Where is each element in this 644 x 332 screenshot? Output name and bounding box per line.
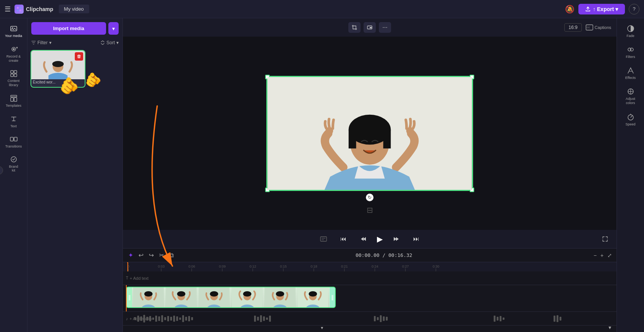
- svg-rect-85: [260, 315, 262, 322]
- fit-zoom-button[interactable]: ⤢: [607, 252, 612, 258]
- svg-rect-68: [149, 316, 151, 321]
- preview-area: ··· 16:9 CC Captions: [123, 18, 617, 248]
- rp-item-filters[interactable]: Filters: [618, 42, 643, 62]
- preview-person: [267, 77, 472, 190]
- svg-point-58: [276, 291, 284, 297]
- right-panel: Fade Filters Effects Adjustcolor: [617, 18, 644, 332]
- preview-canvas: ↻ ⊟: [123, 37, 617, 230]
- app-logo: Clipchamp: [14, 5, 53, 14]
- zoom-out-button[interactable]: −: [594, 252, 597, 258]
- svg-rect-36: [320, 237, 327, 241]
- clip-handle-right[interactable]: ‖: [330, 287, 335, 307]
- playhead[interactable]: [127, 262, 128, 271]
- clip-handle-left[interactable]: ‖: [127, 287, 132, 307]
- svg-rect-64: [137, 316, 139, 322]
- filter-label: Filter: [37, 40, 48, 45]
- add-text-label[interactable]: T + Add text: [126, 276, 148, 281]
- pip-button[interactable]: [364, 22, 376, 33]
- video-title[interactable]: My video: [59, 5, 89, 13]
- sidebar-item-record-create[interactable]: Record &create: [2, 42, 26, 66]
- zoom-in-button[interactable]: +: [601, 252, 604, 258]
- svg-rect-100: [560, 317, 562, 321]
- sidebar-label-templates: Templates: [6, 104, 21, 108]
- clip-frame-4: [231, 287, 264, 307]
- svg-rect-89: [374, 316, 376, 321]
- play-button[interactable]: ▶: [377, 234, 383, 244]
- skip-forward-button[interactable]: ⏭: [410, 233, 422, 245]
- svg-rect-2: [17, 10, 19, 11]
- crop-button[interactable]: [348, 22, 361, 33]
- subtitle-icon: ⊟: [367, 205, 373, 215]
- duplicate-button[interactable]: ⧉: [169, 251, 174, 260]
- svg-rect-98: [554, 316, 555, 322]
- subtitle-toggle-button[interactable]: [317, 233, 330, 245]
- video-clip[interactable]: ‖: [126, 287, 336, 308]
- svg-rect-74: [167, 316, 169, 321]
- collapse-right-panel[interactable]: ›: [0, 166, 3, 175]
- rp-item-effects[interactable]: Effects: [618, 63, 643, 83]
- svg-rect-63: [134, 317, 136, 320]
- left-sidebar: Your media Record &create Contentlibrary: [0, 18, 27, 332]
- expand-timeline-button[interactable]: ▾: [609, 324, 611, 330]
- media-delete-button[interactable]: [75, 52, 83, 61]
- cut-button[interactable]: ✂: [158, 251, 165, 260]
- expand-right-panel[interactable]: ▾: [321, 325, 323, 330]
- rp-item-speed[interactable]: Speed: [618, 110, 643, 129]
- video-frame[interactable]: ↻: [267, 76, 473, 191]
- more-button[interactable]: ···: [379, 22, 391, 33]
- import-media-button[interactable]: Import media: [31, 22, 106, 35]
- redo-button[interactable]: ↪: [148, 251, 155, 260]
- sidebar-item-brand[interactable]: Brandkit: [2, 152, 26, 175]
- timeline-area: ✦ ↩ ↪ ✂ ⧉ 00:00.00 / 00:16.32 − + ⤢: [123, 248, 617, 332]
- captions-label: Captions: [595, 25, 611, 30]
- rp-item-fade[interactable]: Fade: [618, 21, 643, 41]
- help-button[interactable]: ?: [629, 4, 639, 14]
- sidebar-item-content-library[interactable]: Contentlibrary: [2, 66, 26, 90]
- svg-rect-96: [500, 316, 502, 321]
- svg-rect-14: [11, 98, 13, 101]
- sidebar-item-your-media[interactable]: Your media: [2, 21, 26, 41]
- sidebar-item-transitions[interactable]: Transitions: [2, 132, 26, 151]
- svg-rect-90: [377, 317, 379, 320]
- media-item[interactable]: Excited wor...: [31, 51, 85, 87]
- magic-button[interactable]: ✦: [127, 251, 134, 260]
- export-button[interactable]: ↑ Export ▾: [578, 4, 625, 14]
- svg-rect-10: [14, 71, 17, 73]
- sort-button[interactable]: Sort ▾: [100, 40, 119, 45]
- svg-rect-80: [185, 317, 187, 321]
- svg-rect-76: [173, 316, 175, 322]
- media-panel: Import media ▾ Filter ▾ Sort ▾: [27, 18, 123, 332]
- svg-rect-87: [266, 318, 268, 320]
- filter-button[interactable]: Filter ▾: [31, 40, 52, 45]
- clip-frame-1: [132, 287, 165, 307]
- ratio-button[interactable]: 16:9: [564, 23, 581, 32]
- media-toolbar: Filter ▾ Sort ▾: [27, 38, 122, 48]
- ruler-mark-9: 0:09: [219, 265, 226, 271]
- clip-frames: [132, 287, 330, 307]
- logo-icon: [14, 5, 24, 14]
- menu-icon[interactable]: ☰: [5, 5, 11, 13]
- video-track-row: ‖: [123, 285, 617, 312]
- rp-label-effects: Effects: [625, 76, 636, 80]
- skip-back-button[interactable]: ⏮: [337, 233, 349, 245]
- timeline-ruler: 0 0:03 0:06 0:09: [123, 262, 617, 271]
- import-dropdown-button[interactable]: ▾: [108, 22, 119, 35]
- captions-button[interactable]: CC Captions: [586, 24, 611, 30]
- preview-top-bar: ··· 16:9 CC Captions: [123, 18, 617, 37]
- notification-icon[interactable]: 🔕: [565, 5, 575, 14]
- sidebar-item-text[interactable]: Text: [2, 112, 26, 131]
- fullscreen-button[interactable]: [599, 233, 611, 245]
- svg-rect-12: [14, 74, 17, 77]
- svg-rect-72: [161, 315, 163, 322]
- svg-rect-69: [152, 318, 154, 320]
- undo-button[interactable]: ↩: [138, 251, 144, 260]
- time-display: 00:00.00 / 00:16.32: [178, 252, 590, 258]
- svg-rect-83: [254, 316, 256, 322]
- sidebar-item-templates[interactable]: Templates: [2, 91, 26, 111]
- rp-label-speed: Speed: [625, 122, 635, 126]
- playback-controls: ⏮ ▶ ⏭: [123, 230, 617, 248]
- rotate-handle[interactable]: ↻: [366, 194, 374, 201]
- rewind-button[interactable]: [357, 233, 369, 245]
- rp-item-adjust-colors[interactable]: Adjustcolors: [618, 84, 643, 108]
- forward-button[interactable]: [390, 233, 402, 245]
